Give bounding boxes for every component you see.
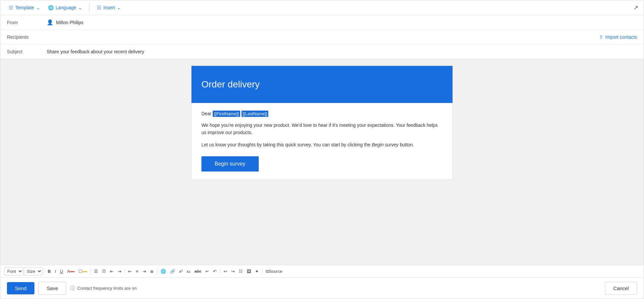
body-para-1: We hope you're enjoying your new product… bbox=[201, 122, 443, 136]
para2-pre: Let us know your thoughts by taking this… bbox=[201, 142, 372, 147]
strikethrough-button[interactable]: abc bbox=[193, 268, 203, 275]
freq-notice-text: Contact frequency limits are on bbox=[77, 286, 136, 291]
from-row: From 👤 Milton Philips bbox=[0, 15, 644, 30]
email-body-content: Dear [[FirstName]] [[LastName]] We hope … bbox=[191, 103, 453, 179]
email-body-area[interactable]: Order delivery Dear [[FirstName]] [[Last… bbox=[0, 59, 644, 265]
font-select[interactable]: Font bbox=[4, 267, 23, 275]
font-color-indicator bbox=[70, 271, 75, 272]
template-label: Template bbox=[15, 5, 34, 10]
import-icon: ⇧ bbox=[599, 34, 603, 40]
align-left-button[interactable]: ⇤ bbox=[127, 268, 134, 275]
bold-button[interactable]: B bbox=[46, 268, 52, 275]
recipients-label: Recipients bbox=[7, 34, 47, 40]
subscript-button[interactable]: x₂ bbox=[185, 268, 192, 275]
insert-chevron-icon: ⌄ bbox=[117, 5, 121, 10]
fmt-sep-3 bbox=[125, 268, 125, 275]
top-toolbar: ☷ Template ⌄ 🌐 Language ⌄ ☷ Insert ⌄ ↗ bbox=[0, 0, 644, 15]
subject-value: Share your feedback about your recent de… bbox=[47, 49, 637, 54]
dear-text: Dear bbox=[201, 111, 211, 116]
undo-button[interactable]: ↩ bbox=[222, 268, 229, 275]
insert-button[interactable]: ☷ Insert ⌄ bbox=[94, 3, 124, 12]
begin-survey-button[interactable]: Begin survey bbox=[201, 156, 259, 172]
fmt-sep-6 bbox=[262, 268, 262, 275]
outdent-button[interactable]: ⇤ bbox=[108, 268, 115, 275]
toolbar-separator bbox=[89, 4, 90, 12]
table-button[interactable]: ☷ bbox=[237, 268, 244, 275]
expand-button[interactable]: ↗ bbox=[633, 4, 638, 11]
fmt-sep-2 bbox=[90, 268, 91, 275]
language-label: Language bbox=[56, 5, 76, 10]
highlight-button[interactable]: ☐ bbox=[77, 268, 89, 275]
align-center-button[interactable]: ≡ bbox=[134, 268, 140, 275]
email-content-card: Order delivery Dear [[FirstName]] [[Last… bbox=[191, 66, 453, 180]
align-right-button[interactable]: ⇥ bbox=[141, 268, 148, 275]
from-label: From bbox=[7, 20, 47, 25]
source-label: Source bbox=[269, 269, 282, 274]
recipients-row: Recipients ⇧ Import contacts bbox=[0, 30, 644, 44]
italic-button[interactable]: I bbox=[53, 268, 58, 275]
save-button[interactable]: Save bbox=[38, 282, 66, 295]
insert-icon: ☷ bbox=[97, 5, 101, 10]
subject-row: Subject Share your feedback about your r… bbox=[0, 44, 644, 59]
special-char-button[interactable]: ✦ bbox=[253, 268, 260, 275]
subject-label: Subject bbox=[7, 49, 47, 54]
superscript-button[interactable]: x² bbox=[178, 268, 185, 275]
template-button[interactable]: ☷ Template ⌄ bbox=[6, 3, 43, 12]
import-contacts-button[interactable]: ⇧ Import contacts bbox=[599, 34, 637, 40]
source-button[interactable]: ⧉ Source bbox=[264, 268, 284, 275]
fmt-sep-1 bbox=[44, 268, 44, 275]
redo-button[interactable]: ↪ bbox=[230, 268, 237, 275]
unordered-list-button[interactable]: ☰ bbox=[92, 268, 100, 275]
send-button[interactable]: Send bbox=[7, 282, 34, 294]
subject-text: Share your feedback about your recent de… bbox=[47, 49, 144, 54]
from-value: 👤 Milton Philips bbox=[47, 19, 637, 25]
dear-line: Dear [[FirstName]] [[LastName]] bbox=[201, 111, 443, 116]
format-btn-2[interactable]: ↶ bbox=[211, 268, 218, 275]
template-chevron-icon: ⌄ bbox=[36, 5, 40, 10]
recipients-value[interactable] bbox=[47, 34, 599, 40]
language-icon: 🌐 bbox=[48, 5, 54, 10]
language-chevron-icon: ⌄ bbox=[78, 5, 82, 10]
person-icon: 👤 bbox=[47, 19, 53, 25]
email-composer: ☷ Template ⌄ 🌐 Language ⌄ ☷ Insert ⌄ ↗ F… bbox=[0, 0, 644, 299]
begin-survey-italic: Begin survey bbox=[372, 142, 399, 147]
firstname-tag: [[FirstName]] bbox=[213, 111, 240, 117]
link-button[interactable]: 🌐 bbox=[159, 268, 168, 275]
sender-name: Milton Philips bbox=[56, 20, 83, 25]
format-toolbar: Font Size B I U A ☐ ☰ ☶ ⇤ ⇥ ⇤ ≡ ⇥ ≣ 🌐 🔗 … bbox=[0, 265, 644, 277]
indent-button[interactable]: ⇥ bbox=[116, 268, 123, 275]
fmt-sep-4 bbox=[157, 268, 157, 275]
recipients-input[interactable] bbox=[47, 34, 599, 40]
fmt-sep-5 bbox=[220, 268, 220, 275]
lastname-tag: [[LastName]] bbox=[242, 111, 269, 117]
para2-post: button. bbox=[399, 142, 414, 147]
underline-button[interactable]: U bbox=[58, 268, 65, 275]
justify-button[interactable]: ≣ bbox=[148, 268, 155, 275]
ordered-list-button[interactable]: ☶ bbox=[100, 268, 108, 275]
insert-label: Insert bbox=[103, 5, 115, 10]
email-header-title: Order delivery bbox=[201, 79, 443, 90]
unlink-button[interactable]: 🔗 bbox=[168, 268, 177, 275]
highlight-indicator bbox=[82, 271, 87, 272]
font-color-button[interactable]: A bbox=[65, 268, 76, 275]
import-contacts-label: Import contacts bbox=[605, 34, 637, 40]
body-para-2: Let us know your thoughts by taking this… bbox=[201, 141, 443, 148]
image-button[interactable]: 🖼 bbox=[245, 268, 253, 275]
cancel-button[interactable]: Cancel bbox=[605, 282, 637, 295]
size-select[interactable]: Size bbox=[24, 267, 42, 275]
frequency-notice: ⓘ Contact frequency limits are on bbox=[70, 285, 136, 291]
body-wrap: Order delivery Dear [[FirstName]] [[Last… bbox=[0, 59, 644, 265]
template-icon: ☷ bbox=[9, 5, 13, 10]
source-icon: ⧉ bbox=[266, 269, 269, 274]
email-header-banner: Order delivery bbox=[191, 66, 453, 103]
language-button[interactable]: 🌐 Language ⌄ bbox=[45, 3, 85, 12]
format-btn-1[interactable]: ↵ bbox=[204, 268, 211, 275]
bottom-bar: Send Save ⓘ Contact frequency limits are… bbox=[0, 277, 644, 299]
info-icon: ⓘ bbox=[70, 285, 75, 291]
